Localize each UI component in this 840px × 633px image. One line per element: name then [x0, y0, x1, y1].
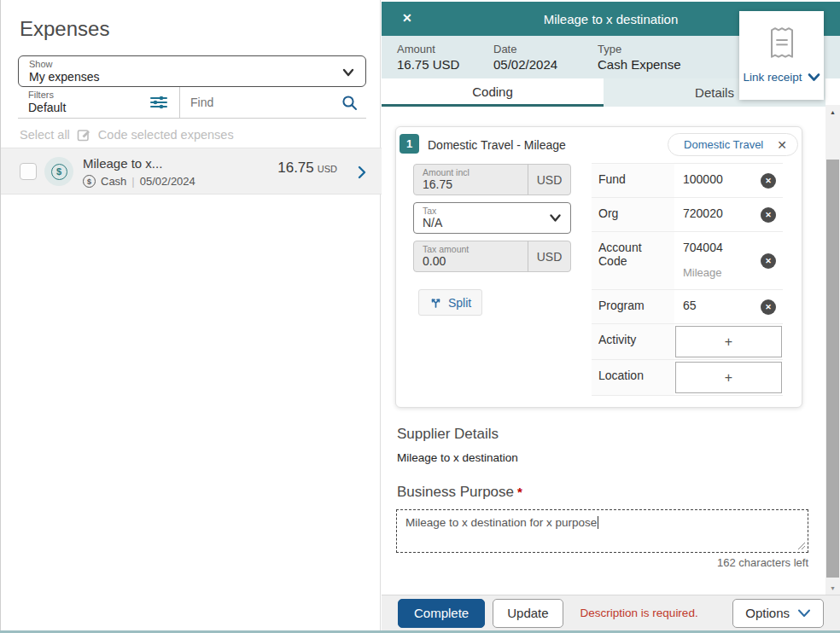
expense-amount: 16.75USD — [277, 160, 337, 177]
show-select-value: My expenses — [29, 70, 365, 84]
required-asterisk: * — [517, 485, 522, 499]
filters-select[interactable]: Filters Default — [18, 87, 180, 118]
link-receipt-card[interactable]: Link receipt — [739, 11, 824, 100]
filter-sliders-icon[interactable] — [150, 95, 167, 110]
coding-card: 1 Domestic Travel - Mileage Domestic Tra… — [395, 126, 802, 408]
expense-type-avatar: $ — [44, 157, 73, 186]
link-receipt-button[interactable]: Link receipt — [743, 71, 820, 84]
expense-method: Cash — [101, 175, 126, 188]
show-select-label: Show — [29, 59, 365, 70]
account-code-value[interactable]: 704004 Mileage ✕ — [674, 232, 783, 289]
chevron-down-icon — [797, 608, 811, 618]
split-icon — [429, 296, 442, 309]
expense-list-panel: Expenses Show My expenses Filters Defaul… — [0, 0, 381, 630]
tax-select[interactable]: Tax N/A — [413, 202, 571, 234]
find-field — [180, 87, 366, 118]
chevron-right-icon[interactable] — [358, 166, 366, 179]
remove-value-icon[interactable]: ✕ — [761, 173, 776, 189]
amount-incl-field: Amount incl 16.75 USD — [413, 164, 571, 195]
validation-error: Description is required. — [580, 607, 698, 619]
program-value[interactable]: 65 ✕ — [674, 290, 783, 323]
complete-button[interactable]: Complete — [398, 599, 485, 628]
detail-footer: Complete Update Description is required.… — [382, 595, 840, 630]
tab-coding[interactable]: Coding — [382, 78, 604, 107]
scroll-up-arrow[interactable]: ▲ — [825, 105, 840, 119]
currency-suffix: USD — [528, 241, 570, 271]
table-row-location: Location + — [592, 360, 783, 396]
bulk-actions: Select all Code selected expenses — [20, 127, 234, 142]
fund-value[interactable]: 100000 ✕ — [674, 164, 783, 197]
remove-value-icon[interactable]: ✕ — [761, 207, 776, 223]
options-button[interactable]: Options — [732, 599, 824, 628]
table-row-program: Program 65 ✕ — [592, 290, 783, 324]
scrollbar-thumb[interactable] — [826, 160, 839, 578]
business-purpose-heading: Business Purpose* — [397, 484, 522, 501]
filter-bar: Filters Default — [18, 87, 366, 119]
split-button[interactable]: Split — [418, 289, 482, 316]
table-row-fund: Fund 100000 ✕ — [592, 164, 783, 198]
summary-amount: Amount 16.75 USD — [397, 43, 459, 73]
coding-content: 1 Domestic Travel - Mileage Domestic Tra… — [382, 107, 825, 595]
cash-method-icon: $ — [83, 175, 96, 188]
chevron-down-icon — [808, 73, 820, 83]
remove-value-icon[interactable]: ✕ — [761, 299, 776, 315]
page-title: Expenses — [20, 17, 109, 41]
table-row-org: Org 720020 ✕ — [592, 198, 783, 232]
remove-category-icon[interactable]: ✕ — [777, 138, 787, 152]
divider: | — [131, 175, 134, 188]
table-row-activity: Activity + — [592, 324, 783, 360]
remove-value-icon[interactable]: ✕ — [761, 253, 776, 269]
allocation-table: Fund 100000 ✕ Org 720020 ✕ — [592, 163, 783, 396]
currency-suffix: USD — [528, 165, 570, 195]
chevron-down-icon — [341, 67, 355, 78]
expense-app: Expenses Show My expenses Filters Defaul… — [0, 0, 840, 633]
edit-square-icon — [77, 127, 91, 142]
add-activity-button[interactable]: + — [675, 326, 782, 357]
text-cursor — [598, 516, 598, 529]
summary-type: Type Cash Expense — [598, 43, 681, 73]
supplier-details-value: Mileage to x destination — [397, 451, 518, 464]
close-icon[interactable]: ✕ — [402, 11, 412, 25]
code-selected-link[interactable]: Code selected expenses — [98, 128, 234, 142]
tax-amount-field: Tax amount 0.00 USD — [413, 241, 571, 272]
category-pill[interactable]: Domestic Travel ✕ — [668, 133, 798, 156]
expense-subtitle: $ Cash | 05/02/2024 — [83, 175, 195, 188]
search-input[interactable] — [180, 87, 366, 118]
expense-list-item[interactable]: $ Mileage to x... $ Cash | 05/02/2024 16… — [1, 148, 382, 195]
summary-date: Date 05/02/2024 — [493, 43, 557, 73]
show-select[interactable]: Show My expenses — [18, 55, 366, 87]
expense-checkbox[interactable] — [20, 163, 37, 180]
expense-title: Mileage to x... — [83, 156, 162, 171]
select-all-link[interactable]: Select all — [20, 128, 70, 142]
table-row-account-code: Account Code 704004 Mileage ✕ — [592, 232, 783, 290]
receipt-icon — [767, 26, 796, 61]
supplier-details-heading: Supplier Details — [397, 426, 499, 443]
characters-left-counter: 162 characters left — [717, 556, 808, 569]
detail-title: Mileage to x destination — [544, 12, 679, 26]
business-purpose-textarea[interactable]: Mileage to x destination for x purpose — [396, 509, 808, 553]
chevron-down-icon — [540, 203, 570, 233]
resize-handle-icon[interactable] — [797, 542, 806, 550]
update-button[interactable]: Update — [493, 599, 563, 628]
vertical-scrollbar[interactable]: ▲ ▼ — [825, 105, 840, 595]
expense-date: 05/02/2024 — [140, 175, 195, 188]
cash-dollar-icon: $ — [51, 164, 67, 180]
line-number-badge: 1 — [400, 134, 419, 154]
scroll-down-arrow[interactable]: ▼ — [825, 581, 840, 595]
search-icon[interactable] — [341, 95, 358, 111]
category-title: Domestic Travel - Mileage — [428, 138, 566, 152]
org-value[interactable]: 720020 ✕ — [674, 198, 783, 231]
add-location-button[interactable]: + — [675, 362, 782, 393]
